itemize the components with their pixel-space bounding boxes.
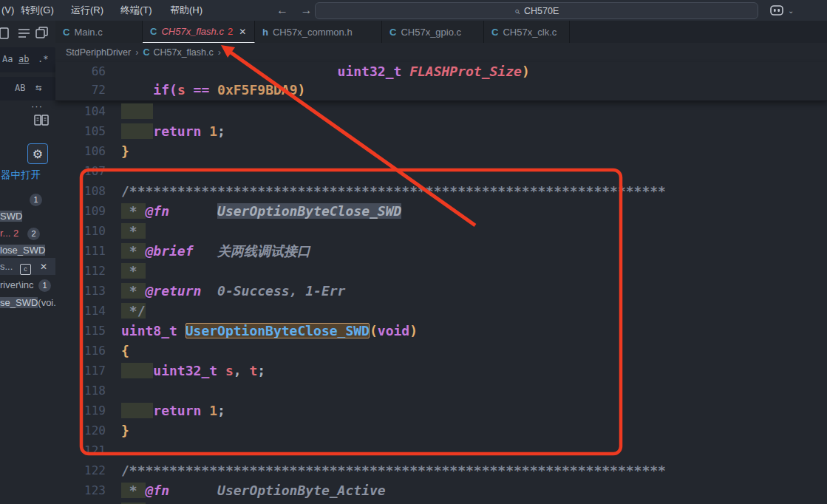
tab-CH57x_flash.c[interactable]: CCH57x_flash.c2✕ (143, 21, 255, 43)
match-case-icon[interactable]: Aa (2, 54, 13, 64)
code-text (109, 161, 121, 181)
menu-运行(R)[interactable]: 运行(R) (71, 0, 103, 21)
code-line-123[interactable]: 123 * @fn UserOptionByte_Active (55, 480, 827, 500)
search-result-badge-only[interactable]: 1 (0, 191, 55, 208)
line-number: 121 (55, 440, 109, 460)
code-text: uint32_t FLASHProt_Size) (109, 62, 530, 81)
file-type-icon: C (389, 27, 396, 38)
settings-gear-button[interactable]: ⚙ (27, 143, 48, 164)
line-number: 115 (55, 321, 109, 341)
open-in-search-editor-link[interactable]: 器中打开 (1, 168, 41, 182)
line-number: 123 (55, 480, 109, 500)
code-text: * @brief 关两线调试接口 (109, 241, 310, 261)
code-line-119[interactable]: 119 return 1; (55, 401, 827, 420)
replace-input[interactable] (0, 77, 55, 101)
line-number: 112 (55, 261, 109, 281)
chevron-right-icon: › (218, 47, 221, 58)
file-type-icon: h (262, 27, 268, 38)
breadcrumb-file[interactable]: CH57x_flash.c (153, 47, 213, 58)
code-text: * @return 0-Success, 1-Err (109, 281, 345, 301)
more-actions-icon[interactable]: ··· (31, 101, 43, 112)
code-line-105[interactable]: 105 return 1; (55, 121, 827, 141)
open-editors-icon[interactable] (35, 27, 49, 39)
chevron-right-icon: › (135, 47, 138, 58)
code-text: * (109, 500, 146, 504)
tab-CH57x_clk.c[interactable]: CCH57x_clk.c (484, 21, 570, 43)
search-result-match[interactable]: SWD (0, 208, 55, 225)
open-in-editor-icon[interactable] (34, 114, 49, 126)
code-text: * @fn UserOptionByte_Active (109, 480, 386, 500)
search-result-hover[interactable]: s... c✕ (0, 258, 55, 275)
menu-partial[interactable]: (V) (1, 0, 14, 21)
code-line-113[interactable]: 113 * @return 0-Success, 1-Err (55, 281, 827, 301)
code-line-122[interactable]: 122/************************************… (55, 460, 827, 480)
code-line-112[interactable]: 112 * (55, 261, 827, 281)
dismiss-icon[interactable]: ✕ (40, 262, 47, 272)
line-number: 109 (55, 201, 109, 221)
code-line-104[interactable]: 104 (55, 101, 827, 121)
code-line-120[interactable]: 120} (55, 420, 827, 440)
code-text: * @fn UserOptionByteClose_SWD (109, 201, 401, 221)
replace-all-icon[interactable]: ⇆ (35, 81, 41, 93)
search-result-file[interactable]: r... 2 2 (0, 225, 55, 242)
editor-group: CMain.cCCH57x_flash.c2✕hCH57x_common.hCC… (55, 21, 827, 504)
regex-icon[interactable]: .* (38, 54, 48, 64)
code-line-121[interactable]: 121 (55, 440, 827, 460)
code-line-66[interactable]: 66 uint32_t FLASHProt_Size) (55, 62, 827, 81)
line-number: 117 (55, 361, 109, 381)
code-line-114[interactable]: 114 */ (55, 301, 827, 321)
breadcrumb-folder[interactable]: StdPeriphDriver (66, 47, 131, 58)
line-number: 116 (55, 341, 109, 361)
forward-arrow-icon[interactable]: → (300, 4, 312, 16)
tab-label: CH57x_flash.c (161, 26, 224, 37)
code-text: * (109, 261, 146, 281)
replace-icon[interactable]: c (20, 264, 31, 275)
code-line-117[interactable]: 117 uint32_t s, t; (55, 361, 827, 381)
code-line-115[interactable]: 115uint8_t UserOptionByteClose_SWD(void) (55, 321, 827, 341)
preserve-case-icon[interactable]: AB (15, 83, 25, 93)
copilot-icon (769, 4, 785, 17)
line-number: 66 (55, 62, 109, 81)
file-label: r... (0, 228, 10, 239)
back-arrow-icon[interactable]: ← (276, 4, 288, 16)
copilot-button[interactable]: ⌄ (769, 1, 803, 19)
code-text (109, 381, 121, 401)
tab-Main.c[interactable]: CMain.c (55, 21, 143, 43)
list-view-icon[interactable] (18, 28, 31, 38)
search-result-match[interactable]: lose_SWD (0, 242, 55, 259)
code-line-106[interactable]: 106} (55, 141, 827, 161)
code-line-124[interactable]: 124 * (55, 500, 827, 504)
code-line-118[interactable]: 118 (55, 381, 827, 401)
line-number: 105 (55, 121, 109, 141)
match-text: s... (0, 261, 13, 272)
menu-终端(T)[interactable]: 终端(T) (120, 0, 152, 21)
line-number: 107 (55, 161, 109, 181)
menu-帮助(H)[interactable]: 帮助(H) (170, 0, 203, 21)
close-icon[interactable]: ✕ (239, 27, 246, 37)
code-line-110[interactable]: 110 * (55, 221, 827, 241)
code-line-111[interactable]: 111 * @brief 关两线调试接口 (55, 241, 827, 261)
code-area[interactable]: 104 105 return 1;106}107108/************… (55, 101, 827, 504)
line-number: 122 (55, 460, 109, 480)
command-center-search[interactable]: ⌕ CH570E (315, 2, 758, 19)
tab-CH57x_gpio.c[interactable]: CCH57x_gpio.c (382, 21, 484, 43)
code-text: return 1; (109, 121, 225, 141)
search-result-folder[interactable]: river\inc 1 (0, 276, 55, 293)
menu-转到(G)[interactable]: 转到(G) (21, 0, 54, 21)
match-text: se_SWD (0, 297, 38, 308)
code-text: /***************************************… (109, 181, 666, 201)
tab-CH57x_common.h[interactable]: hCH57x_common.h (255, 21, 382, 43)
whole-word-icon[interactable]: ab (18, 54, 29, 64)
code-line-107[interactable]: 107 (55, 161, 827, 181)
code-line-108[interactable]: 108/************************************… (55, 181, 827, 201)
code-line-109[interactable]: 109 * @fn UserOptionByteClose_SWD (55, 201, 827, 221)
code-text: } (109, 420, 129, 440)
search-result-match[interactable]: se_SWD(voi... (0, 294, 55, 311)
tab-label: CH57x_clk.c (503, 27, 557, 38)
code-line-72[interactable]: 72 if(s == 0xF5F9BDA9) (55, 81, 827, 99)
breadcrumb[interactable]: StdPeriphDriver › C CH57x_flash.c › (55, 43, 827, 62)
new-search-icon[interactable] (0, 27, 10, 40)
match-text: SWD (0, 211, 22, 222)
sticky-scroll: 66 uint32_t FLASHProt_Size)72 if(s == 0x… (55, 62, 827, 101)
code-line-116[interactable]: 116{ (55, 341, 827, 361)
